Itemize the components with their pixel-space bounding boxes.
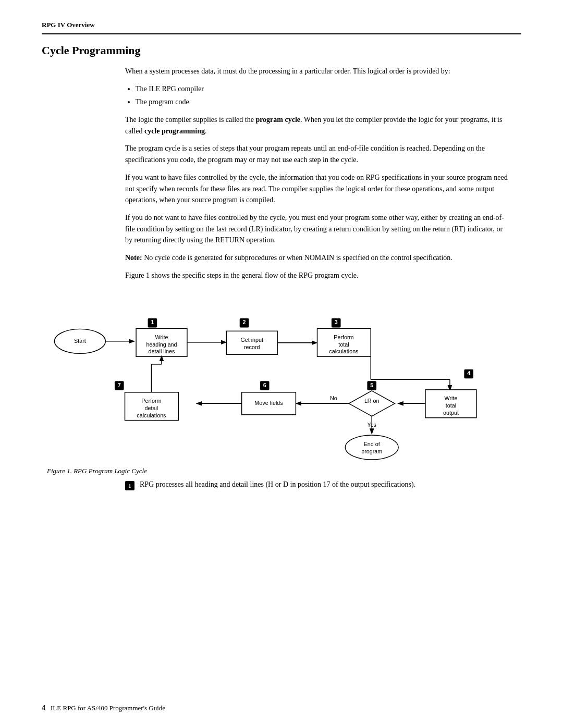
badge-5: 5 [370,382,373,388]
box-7-line1: Perform [141,398,161,404]
footnote-section: 1 RPG processes all heading and detail l… [125,480,511,490]
chapter-title: RPG IV Overview [42,21,95,29]
end-node [345,435,398,460]
end-line2: program [361,448,382,454]
box-2-line2: record [244,344,260,351]
box-3-line2: total [338,341,349,348]
badge-7: 7 [118,382,121,388]
box-3-line1: Perform [334,334,353,340]
box-2 [226,331,277,355]
note-label: Note: [125,254,142,262]
box-7-line2: detail [145,405,158,411]
box-6-line1: Move fields [254,400,283,406]
box-1-line1: Write [155,334,168,340]
figure-caption: Figure 1. RPG Program Logic Cycle [47,467,521,475]
badge-2: 2 [243,319,246,326]
note-block: Note: No cycle code is generated for sub… [125,252,511,264]
start-label: Start [74,338,86,344]
bullet-item-1: The ILE RPG compiler [136,83,511,95]
paragraph-4: If you want to have files controlled by … [125,172,511,206]
box-4-line1: Write [444,396,457,402]
footnote-badge: 1 [125,481,134,490]
p2-end: . [205,127,207,135]
diamond-5-line1: LR on [364,398,380,404]
badge-4: 4 [467,371,470,377]
badge-1: 1 [151,319,154,326]
section-title: Cycle Programming [42,44,521,57]
paragraph-5: If you do not want to have files control… [125,212,511,246]
badge-6: 6 [263,382,266,388]
end-line1: End of [364,441,380,448]
note-text: No cycle code is generated for subproced… [144,254,452,262]
header-divider [42,33,521,34]
page-footer: 4 ILE RPG for AS/400 Programmer's Guide [42,704,521,712]
footnote-row: 1 RPG processes all heading and detail l… [125,480,511,490]
bullet-list: The ILE RPG compiler The program code [136,83,511,108]
flowchart-svg: Start 1 Write heading and detail lines 2… [42,290,521,464]
page-header: RPG IV Overview [42,21,521,29]
box-4-line3: output [443,410,459,416]
paragraph-2: The logic the compiler supplies is calle… [125,114,511,137]
badge-3: 3 [335,319,338,326]
bullet-item-2: The program code [136,96,511,108]
no-label: No [330,396,337,402]
footer-page-num: 4 [42,704,45,712]
box-1-line3: detail lines [149,349,175,355]
box-4-line2: total [446,402,456,409]
paragraph-3: The program cycle is a series of steps t… [125,143,511,165]
box-1-line2: heading and [146,341,177,348]
p2-start: The logic the compiler supplies is calle… [125,116,255,124]
p2-bold1: program cycle [255,116,300,124]
box-2-line1: Get input [240,337,263,343]
body-content: When a system processes data, it must do… [125,66,511,281]
box-7-line3: calculations [137,412,166,418]
box-3-line3: calculations [329,349,358,355]
p2-bold2: cycle programming [144,127,205,135]
footer-text: ILE RPG for AS/400 Programmer's Guide [51,704,165,712]
footnote-text: RPG processes all heading and detail lin… [140,480,415,489]
figure-reference: Figure 1 shows the specific steps in the… [125,270,511,281]
paragraph-1: When a system processes data, it must do… [125,66,511,77]
flowchart: Start 1 Write heading and detail lines 2… [42,290,521,464]
page: RPG IV Overview Cycle Programming When a… [0,0,563,728]
